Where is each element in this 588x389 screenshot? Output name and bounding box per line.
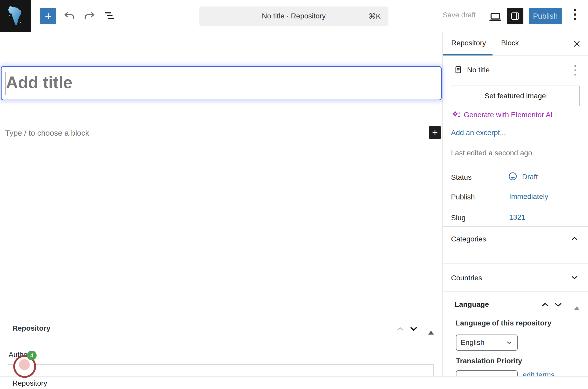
metabox-move-up-button[interactable]: [395, 324, 405, 334]
status-label: Status: [451, 173, 471, 182]
chevron-up-icon: [540, 300, 550, 310]
document-title: No title · Repository: [262, 12, 326, 20]
close-sidebar-button[interactable]: [572, 39, 582, 50]
metabox-collapse-button[interactable]: [428, 327, 434, 331]
toggle-block-inserter-button[interactable]: +: [40, 8, 56, 24]
translation-priority-label: Translation Priority: [456, 357, 522, 365]
generate-ai-link[interactable]: Generate with Elementor AI: [452, 110, 552, 120]
post-title-input[interactable]: Add title: [1, 66, 442, 100]
post-title-placeholder: Add title: [6, 73, 72, 92]
kebab-icon: [574, 9, 576, 11]
undo-icon: [62, 9, 76, 23]
generate-ai-label: Generate with Elementor AI: [464, 111, 552, 119]
redo-button[interactable]: [83, 9, 97, 24]
close-icon: [572, 39, 582, 49]
publish-button[interactable]: Publish: [529, 8, 562, 24]
active-tab-underline: [443, 54, 493, 55]
editor-top-bar: + No title · Repository ⌘K Sa: [0, 0, 588, 32]
draft-status-icon: [508, 171, 518, 183]
paragraph-block-placeholder[interactable]: Type / to choose a block: [5, 129, 89, 137]
block-editor: + No title · Repository ⌘K Sa: [0, 0, 588, 389]
sidebar-divider: [443, 226, 588, 227]
language-collapse-button[interactable]: [574, 302, 580, 306]
text-caret: [5, 72, 5, 95]
tab-repository[interactable]: Repository: [451, 39, 486, 47]
publish-date-value-button[interactable]: Immediately: [509, 192, 548, 201]
document-icon: [453, 65, 463, 76]
metabox-title: Repository: [12, 324, 50, 332]
settings-toggle-button[interactable]: [507, 8, 523, 24]
sidebar-divider: [443, 263, 588, 263]
command-k-shortcut: ⌘K: [368, 12, 381, 20]
list-view-icon: [103, 9, 117, 23]
triangle-up-icon: [428, 327, 434, 335]
preview-button[interactable]: [488, 9, 503, 25]
countries-panel-toggle[interactable]: [570, 273, 579, 283]
block-inserter-button[interactable]: +: [429, 126, 441, 139]
language-move-up-button[interactable]: [540, 300, 550, 310]
publish-date-label: Publish: [451, 193, 475, 201]
categories-panel-toggle[interactable]: [570, 234, 579, 244]
cursor-count-badge: 4: [27, 351, 37, 360]
add-excerpt-link[interactable]: Add an excerpt...: [451, 129, 506, 137]
sparkle-icon: [452, 110, 462, 120]
last-edited-text: Last edited a second ago.: [451, 149, 534, 157]
categories-panel-label: Categories: [451, 235, 486, 243]
site-logo[interactable]: [0, 0, 31, 32]
chevron-down-icon: [505, 339, 513, 346]
sidebar-border: [442, 32, 443, 376]
plus-icon: +: [45, 9, 52, 23]
chevron-down-icon: [553, 300, 563, 310]
sidebar-divider: [443, 291, 588, 292]
language-field-label: Language of this repository: [456, 319, 551, 327]
language-move-down-button[interactable]: [553, 300, 563, 310]
summary-title: No title: [467, 66, 490, 74]
document-title-bar[interactable]: No title · Repository ⌘K: [199, 6, 388, 26]
cursor-dot: [19, 359, 30, 370]
document-overview-button[interactable]: [103, 9, 117, 24]
redo-icon: [83, 9, 97, 23]
plus-icon: +: [432, 127, 438, 138]
slug-label: Slug: [451, 214, 466, 222]
chevron-up-icon: [395, 324, 405, 334]
language-select-value: English: [461, 338, 484, 347]
chevron-up-icon: [570, 234, 579, 243]
chevron-down-icon: [570, 273, 579, 282]
editor-footer: Repository: [0, 376, 588, 389]
laptop-icon: [488, 9, 503, 24]
slug-value-button[interactable]: 1321: [509, 213, 525, 221]
metabox-move-down-button[interactable]: [408, 324, 419, 335]
breadcrumb[interactable]: Repository: [12, 379, 47, 387]
metabox-divider: [0, 317, 442, 317]
set-featured-image-button[interactable]: Set featured image: [451, 86, 580, 106]
summary-more-button[interactable]: [575, 65, 576, 75]
undo-button[interactable]: [62, 9, 76, 24]
status-value-button[interactable]: Draft: [522, 173, 538, 181]
more-options-button[interactable]: [574, 9, 576, 20]
language-panel-title: Language: [455, 300, 489, 309]
tab-block[interactable]: Block: [501, 39, 519, 47]
kebab-icon: [575, 65, 576, 67]
sidebar-panel-icon: [510, 11, 521, 22]
site-logo-icon: [6, 5, 25, 27]
language-select[interactable]: English: [456, 335, 518, 351]
chevron-down-icon: [408, 324, 419, 334]
triangle-up-icon: [574, 302, 580, 310]
save-draft-button[interactable]: Save draft: [443, 11, 476, 19]
countries-panel-label: Countries: [451, 274, 482, 282]
